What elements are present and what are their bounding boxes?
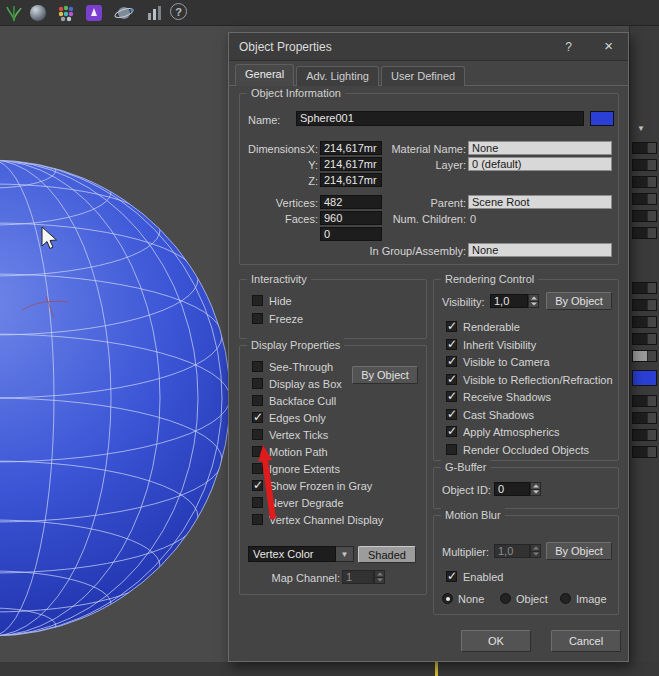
radio-label: Image	[576, 593, 607, 605]
panel-spinner-field[interactable]	[632, 210, 657, 222]
interactivity-group: Interactivity Hide Freeze	[239, 279, 427, 339]
checkbox-box[interactable]	[446, 374, 457, 385]
checkbox-box[interactable]	[446, 426, 457, 437]
help-icon[interactable]: ?	[170, 3, 190, 23]
checkbox-edges-only[interactable]: Edges Only	[252, 411, 326, 424]
visibility-field[interactable]: 1,0	[490, 294, 528, 308]
checkbox-box[interactable]	[446, 409, 457, 420]
panel-field-light[interactable]	[632, 350, 657, 362]
purple-app-icon[interactable]	[84, 3, 104, 23]
panel-spinner-field[interactable]	[632, 333, 657, 345]
in-group-field: None	[468, 243, 612, 257]
plant-icon[interactable]	[4, 3, 24, 23]
checkbox-label: Inherit Visibility	[463, 339, 536, 351]
chevron-down-icon[interactable]: ▼	[637, 124, 645, 133]
checkbox-box[interactable]	[252, 412, 263, 423]
chevron-down-icon[interactable]: ▼	[336, 546, 354, 562]
checkbox-inherit-visibility[interactable]: Inherit Visibility	[446, 338, 536, 351]
color-dots-icon[interactable]	[56, 3, 76, 23]
checkbox-label: See-Through	[269, 361, 333, 373]
checkbox-receive-shadows[interactable]: Receive Shadows	[446, 390, 551, 403]
visibility-spinner[interactable]	[528, 294, 539, 308]
map-channel-spinner[interactable]	[374, 570, 385, 584]
radio-object[interactable]: Object	[500, 592, 548, 605]
panel-color-swatch[interactable]	[632, 370, 657, 386]
num-children-label: Num. Children:	[370, 213, 466, 226]
checkbox-box[interactable]	[252, 395, 263, 406]
dialog-help-button[interactable]: ?	[565, 40, 572, 54]
checkbox-box[interactable]	[252, 313, 263, 324]
checkbox-renderable[interactable]: Renderable	[446, 320, 520, 333]
radio-circle[interactable]	[500, 593, 511, 604]
display-by-object-button[interactable]: By Object	[352, 366, 418, 384]
checkbox-apply-atmospherics[interactable]: Apply Atmospherics	[446, 425, 560, 438]
panel-spinner-field[interactable]	[632, 227, 657, 239]
checkbox-box[interactable]	[252, 378, 263, 389]
checkbox-freeze[interactable]: Freeze	[252, 312, 303, 325]
panel-spinner-field[interactable]	[632, 446, 657, 458]
checkbox-visible-to-reflection-refraction[interactable]: Visible to Reflection/Refraction	[446, 373, 613, 386]
panel-spinner-field[interactable]	[632, 316, 657, 328]
checkbox-box[interactable]	[446, 339, 457, 350]
checkbox-hide[interactable]: Hide	[252, 294, 292, 307]
checkbox-visible-to-camera[interactable]: Visible to Camera	[446, 355, 550, 368]
dialog-close-button[interactable]: ×	[604, 37, 613, 54]
dialog-titlebar[interactable]: Object Properties ? ×	[229, 33, 628, 61]
panel-spinner-field[interactable]	[632, 395, 657, 407]
checkbox-backface-cull[interactable]: Backface Cull	[252, 394, 336, 407]
object-id-spinner[interactable]	[530, 482, 541, 496]
object-color-swatch[interactable]	[590, 111, 614, 126]
timeline-strip	[0, 662, 659, 676]
checkbox-vertex-ticks[interactable]: Vertex Ticks	[252, 428, 328, 441]
visibility-by-object-button[interactable]: By Object	[546, 292, 612, 310]
tab-user-defined[interactable]: User Defined	[381, 66, 465, 86]
panel-spinner-field[interactable]	[632, 282, 657, 294]
command-panel-strip: ▼	[629, 26, 659, 676]
checkbox-render-occluded-objects[interactable]: Render Occluded Objects	[446, 443, 589, 456]
tab-adv-lighting[interactable]: Adv. Lighting	[296, 66, 379, 86]
panel-spinner-field[interactable]	[632, 159, 657, 171]
checkbox-box[interactable]	[252, 361, 263, 372]
checkbox-cast-shadows[interactable]: Cast Shadows	[446, 408, 534, 421]
panel-spinner-field[interactable]	[632, 176, 657, 188]
sphere-icon[interactable]	[28, 3, 48, 23]
checkbox-see-through[interactable]: See-Through	[252, 360, 333, 373]
radio-label: None	[458, 593, 484, 605]
timeline-cursor[interactable]	[435, 662, 438, 676]
shaded-button[interactable]: Shaded	[358, 546, 416, 563]
panel-spinner-field[interactable]	[632, 429, 657, 441]
radio-circle[interactable]	[442, 593, 453, 604]
checkbox-box[interactable]	[446, 391, 457, 402]
vertex-color-dropdown[interactable]: Vertex Color ▼	[248, 546, 354, 562]
motion-blur-by-object-button[interactable]: By Object	[546, 542, 612, 560]
checkbox-box[interactable]	[446, 444, 457, 455]
radio-image[interactable]: Image	[560, 592, 607, 605]
panel-spinner-field[interactable]	[632, 299, 657, 311]
multiplier-spinner	[530, 544, 541, 558]
checkbox-label: Render Occluded Objects	[463, 444, 589, 456]
checkbox-box[interactable]	[252, 429, 263, 440]
checkbox-enabled[interactable]: Enabled	[446, 570, 503, 583]
panel-spinner-field[interactable]	[632, 142, 657, 154]
checkbox-box[interactable]	[446, 571, 457, 582]
checkbox-box[interactable]	[446, 356, 457, 367]
ok-button[interactable]: OK	[461, 630, 531, 652]
radio-none[interactable]: None	[442, 592, 484, 605]
name-field[interactable]: Sphere001	[296, 111, 584, 126]
parent-field: Scene Root	[468, 195, 612, 209]
multiplier-field: 1,0	[494, 544, 530, 558]
mouse-cursor	[40, 226, 62, 252]
checkbox-box[interactable]	[252, 295, 263, 306]
object-id-field[interactable]: 0	[494, 482, 530, 496]
map-channel-field[interactable]: 1	[342, 570, 374, 584]
tab-general[interactable]: General	[235, 64, 294, 86]
checkbox-box[interactable]	[446, 321, 457, 332]
panel-spinner-field[interactable]	[632, 412, 657, 424]
cancel-button[interactable]: Cancel	[551, 630, 621, 652]
orbit-sphere-icon[interactable]	[114, 3, 134, 23]
dropdown-value[interactable]: Vertex Color	[248, 546, 336, 562]
radio-circle[interactable]	[560, 593, 571, 604]
chart-icon[interactable]	[144, 3, 164, 23]
checkbox-display-as-box[interactable]: Display as Box	[252, 377, 342, 390]
panel-spinner-field[interactable]	[632, 193, 657, 205]
